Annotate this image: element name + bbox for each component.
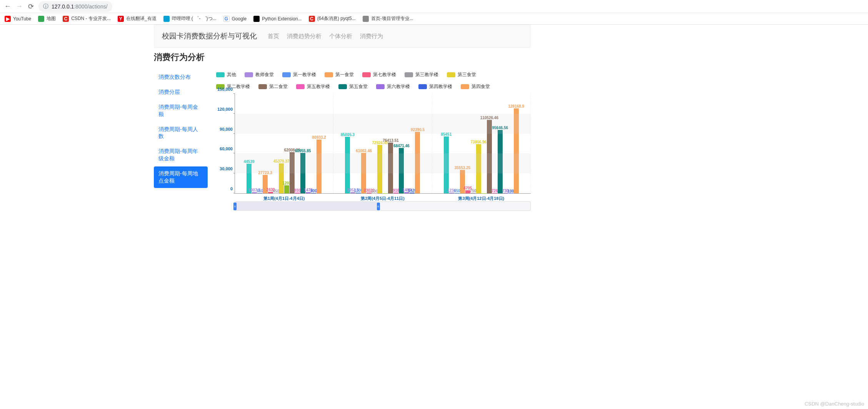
bookmark-item[interactable]: Y在线翻译_有道 (118, 15, 157, 22)
bookmark-label: 首页-项目管理专业... (371, 15, 413, 22)
bookmark-item[interactable]: 地图 (38, 15, 56, 22)
forward-icon[interactable]: → (15, 3, 23, 10)
nav-link[interactable]: 消费行为 (360, 33, 383, 39)
bar-label: 750 (470, 189, 476, 193)
bookmark-label: CSDN - 专业开发... (71, 15, 111, 22)
x-tick-label: 第2周(4月5日-4月11日) (333, 193, 432, 201)
bar-label: 550 (257, 189, 263, 193)
legend-label: 第六教学楼 (387, 83, 410, 90)
bookmark-icon (253, 16, 260, 22)
bookmark-item[interactable]: Python Extension... (253, 16, 302, 22)
bookmark-item[interactable]: 哔哩哔哩 ( ゜- ゜)つ... (163, 15, 217, 22)
legend-item[interactable]: 第三食堂 (447, 71, 476, 78)
legend-label: 其他 (227, 71, 236, 78)
address-bar[interactable]: ⓘ 127.0.0.1:8000/actions/ (38, 1, 112, 12)
nav-link[interactable]: 首页 (268, 33, 279, 39)
bookmark-label: 哔哩哔哩 ( ゜- ゜)つ... (172, 15, 217, 22)
site-header: 校园卡消费数据分析与可视化 首页消费趋势分析个体分析消费行为 (154, 25, 531, 48)
bar-label: 68471.46 (393, 144, 410, 148)
legend-item[interactable]: 教师食堂 (245, 71, 274, 78)
bookmark-label: (64条消息) pyqt5... (317, 15, 356, 22)
y-tick-label: 90,000 (215, 127, 233, 131)
bookmark-icon (163, 16, 170, 22)
bar[interactable]: 4705 (465, 190, 470, 193)
brand: 校园卡消费数据分析与可视化 (162, 31, 257, 41)
bookmark-item[interactable]: C(64条消息) pyqt5... (309, 15, 356, 22)
legend-item[interactable]: 第六教学楼 (376, 83, 410, 90)
zoom-handle-left[interactable]: ≡ (233, 203, 237, 210)
sidebar-item[interactable]: 消费周期-每周年级金额 (154, 144, 208, 166)
bookmark-item[interactable]: GGoogle (223, 16, 247, 22)
bar-label: 60955.85 (295, 149, 311, 153)
bar[interactable]: 1202 (284, 185, 289, 193)
bar-label: 930 (294, 188, 301, 193)
legend-item[interactable]: 第四教学楼 (418, 83, 452, 90)
sidebar-item[interactable]: 消费周期-每周人数 (154, 122, 208, 144)
bookmark-label: 在线翻译_有道 (126, 15, 157, 22)
legend-label: 第三教学楼 (415, 71, 438, 78)
sidebar-item[interactable]: 消费分层 (154, 85, 208, 99)
bar-label: 80933.2 (312, 135, 326, 140)
x-tick-label: 第3周(4月12日-4月18日) (432, 193, 530, 201)
legend-item[interactable]: 第五食堂 (338, 83, 368, 90)
sidebar: 消费次数分布消费分层消费周期-每周金额消费周期-每周人数消费周期-每周年级金额消… (154, 70, 208, 211)
zoom-handle-right[interactable]: ≡ (377, 203, 380, 210)
bookmark-item[interactable]: CCSDN - 专业开发... (63, 15, 111, 22)
bar-group: 85451123465035553.25470575073866.9611052… (432, 94, 531, 193)
y-tick-label: 120,000 (215, 107, 233, 111)
legend-item[interactable]: 第一食堂 (325, 71, 354, 78)
legend-label: 第四食堂 (471, 83, 490, 90)
legend-item[interactable]: 其他 (216, 71, 236, 78)
legend-swatch (362, 72, 371, 77)
legend-swatch (258, 84, 267, 89)
bar-label: 800 (310, 189, 317, 193)
bookmark-icon (38, 16, 44, 22)
bar-label: 100 (508, 189, 514, 193)
bookmark-icon: C (309, 16, 315, 22)
bar-group: 445391907.555027723.3243045045379.371202… (235, 94, 333, 193)
legend-item[interactable]: 第五教学楼 (296, 83, 330, 90)
legend-item[interactable]: 第四食堂 (461, 83, 490, 90)
y-tick-label: 0 (215, 186, 233, 191)
chart-zoom-slider[interactable]: ≡ ≡ (235, 201, 531, 211)
legend-label: 第三食堂 (458, 71, 476, 78)
legend-swatch (376, 84, 385, 89)
back-icon[interactable]: ← (4, 3, 12, 10)
legend-item[interactable]: 第二食堂 (258, 83, 288, 90)
sidebar-item[interactable]: 消费周期-每周金额 (154, 100, 208, 121)
bar-label: 200 (372, 189, 378, 193)
nav-link[interactable]: 消费趋势分析 (287, 33, 322, 39)
bookmark-label: YouTube (13, 16, 31, 22)
legend-swatch (282, 72, 291, 77)
legend-label: 第五教学楼 (307, 83, 330, 90)
legend-swatch (245, 72, 253, 77)
bookmark-icon: ▶ (5, 16, 11, 22)
bar-group: 85005.31952.5130061002.462302020072924.4… (333, 94, 432, 193)
chart-area: 其他教师食堂第一教学楼第一食堂第七教学楼第三教学楼第三食堂第二教学楼第二食堂第五… (215, 70, 531, 211)
bookmark-item[interactable]: 首页-项目管理专业... (363, 15, 413, 22)
bookmark-item[interactable]: ▶YouTube (5, 16, 31, 22)
bar-label: 128168.9 (508, 104, 524, 108)
legend-label: 第一食堂 (335, 71, 354, 78)
bookmark-icon (363, 16, 369, 22)
sidebar-item[interactable]: 消费次数分布 (154, 70, 208, 84)
bookmark-label: Google (232, 16, 247, 22)
legend-swatch (418, 84, 427, 89)
legend-item[interactable]: 第七教学楼 (362, 71, 396, 78)
site-info-icon[interactable]: ⓘ (43, 3, 48, 10)
legend-item[interactable]: 第三教学楼 (405, 71, 438, 78)
bar-label: 916 (393, 188, 400, 193)
chart-plot[interactable]: 445391907.555027723.3243045045379.371202… (235, 94, 531, 194)
nav-link[interactable]: 个体分析 (329, 33, 352, 39)
legend-label: 第四教学楼 (429, 83, 452, 90)
bar-label: 650 (454, 189, 460, 193)
browser-toolbar: ← → ⟳ ⓘ 127.0.0.1:8000/actions/ (0, 0, 868, 13)
bookmark-icon: C (63, 16, 69, 22)
legend-swatch (405, 72, 413, 77)
legend-label: 第五食堂 (349, 83, 368, 90)
legend-item[interactable]: 第一教学楼 (282, 71, 316, 78)
sidebar-item[interactable]: 消费周期-每周地点金额 (154, 166, 208, 188)
legend-swatch (338, 84, 347, 89)
legend-swatch (325, 72, 333, 77)
reload-icon[interactable]: ⟳ (27, 3, 35, 10)
